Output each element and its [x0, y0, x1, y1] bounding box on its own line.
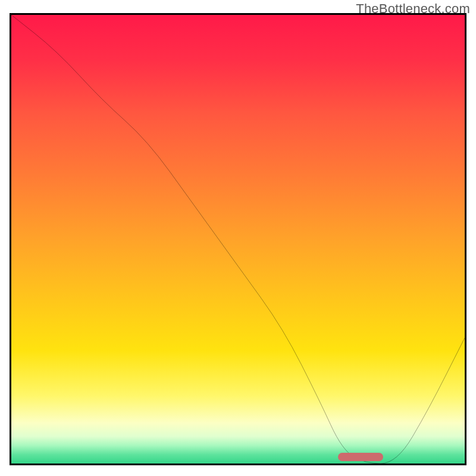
chart-container: TheBottleneck.com — [0, 0, 476, 476]
bottleneck-curve — [11, 15, 465, 464]
optimal-marker — [338, 453, 383, 461]
source-watermark: TheBottleneck.com — [356, 1, 470, 17]
plot-frame — [10, 13, 466, 465]
